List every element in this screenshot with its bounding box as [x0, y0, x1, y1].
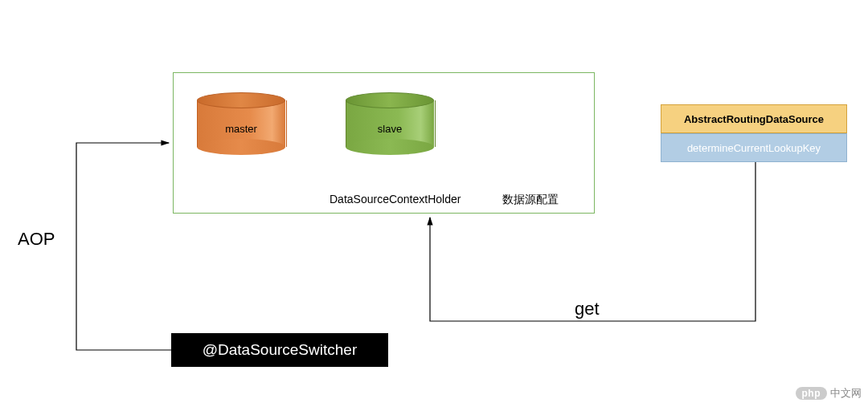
cylinder-top [197, 92, 285, 108]
watermark: php 中文网 [796, 386, 862, 401]
determine-key-box: determineCurrentLookupKey [661, 133, 847, 162]
slave-label: slave [346, 123, 434, 135]
cylinder-bottom [346, 139, 434, 155]
get-label: get [575, 299, 600, 319]
master-label: master [197, 123, 285, 135]
master-cylinder: master [197, 92, 285, 155]
watermark-text: 中文网 [830, 386, 862, 401]
watermark-badge: php [796, 387, 828, 400]
abstract-routing-box: AbstractRoutingDataSource [661, 104, 847, 133]
aop-label: AOP [18, 229, 55, 250]
slave-cylinder: slave [346, 92, 434, 155]
holder-label: DataSourceContextHolder [330, 193, 461, 206]
cylinder-bottom [197, 139, 285, 155]
switcher-annotation-box: @DataSourceSwitcher [171, 333, 388, 367]
cylinder-top [346, 92, 434, 108]
config-label: 数据源配置 [502, 193, 559, 207]
